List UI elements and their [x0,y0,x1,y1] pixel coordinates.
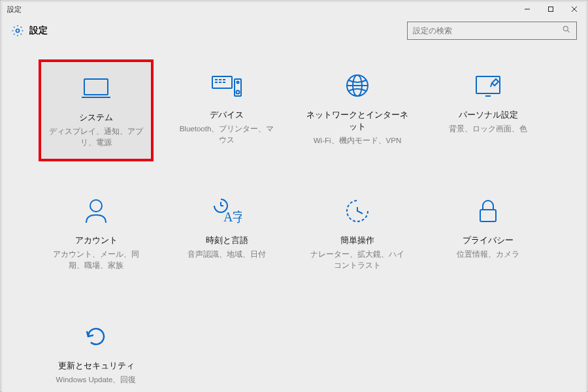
svg-rect-1 [549,7,553,12]
search-icon [562,25,571,37]
tile-desc: Windows Update、回復 [54,374,139,385]
tile-system[interactable]: システム ディスプレイ、通知、アプリ、電源 [39,59,154,161]
search-input[interactable]: 設定の検索 [407,22,577,40]
personal-icon [472,67,504,104]
svg-text:A字: A字 [223,210,242,224]
tile-desc: Wi-Fi、機内モード、VPN [311,135,404,146]
svg-point-17 [237,82,239,84]
tile-title: システム [79,112,113,123]
svg-point-4 [16,29,20,33]
tile-personal[interactable]: パーソナル設定 背景、ロック画面、色 [431,59,546,161]
window-title: 設定 [2,5,515,14]
titlebar: 設定 [2,2,586,16]
svg-point-5 [563,26,568,31]
tile-desc: アカウント、メール、同期、職場、家族 [44,249,148,272]
ease-icon [343,193,372,229]
tile-title: パーソナル設定 [459,109,518,121]
tile-title: 時刻と言語 [206,235,248,246]
system-icon [80,70,112,106]
settings-grid: システム ディスプレイ、通知、アプリ、電源 デバイス B [2,42,586,392]
accounts-icon [83,193,109,229]
tile-desc: 背景、ロック画面、色 [446,123,530,135]
tile-update[interactable]: 更新とセキュリティ Windows Update、回復 [39,310,154,392]
svg-point-18 [237,91,240,94]
tile-devices[interactable]: デバイス Bluetooth、プリンター、マウス [169,59,284,161]
tile-network[interactable]: ネットワークとインターネット Wi-Fi、機内モード、VPN [300,59,415,161]
tile-desc: 位置情報、カメラ [454,249,522,260]
tile-desc: 音声認識、地域、日付 [185,249,269,260]
svg-rect-29 [480,210,496,221]
close-button[interactable] [563,2,586,16]
privacy-icon [476,193,500,229]
time-icon: A字 [212,193,242,229]
network-icon [343,67,372,104]
tile-title: プライバシー [463,235,514,246]
update-icon [82,318,110,355]
tile-desc: Bluetooth、プリンター、マウス [174,123,279,146]
tile-accounts[interactable]: アカウント アカウント、メール、同期、職場、家族 [39,185,154,287]
tile-title: 簡単操作 [340,235,374,246]
svg-line-6 [567,30,569,32]
tile-desc: ナレーター、拡大鏡、ハイコントラスト [305,249,410,272]
svg-line-24 [491,83,492,87]
tile-title: ネットワークとインターネット [305,109,410,133]
tile-privacy[interactable]: プライバシー 位置情報、カメラ [431,185,546,287]
tile-desc: ディスプレイ、通知、アプリ、電源 [46,126,146,149]
devices-icon [210,67,244,104]
page-title: 設定 [29,25,48,37]
tile-title: 更新とセキュリティ [58,360,135,372]
header: 設定 設定の検索 [2,16,586,42]
gear-icon [11,24,24,37]
search-placeholder: 設定の検索 [413,25,558,37]
tile-time[interactable]: A字 時刻と言語 音声認識、地域、日付 [169,185,284,287]
svg-rect-7 [84,79,108,95]
tile-title: デバイス [210,109,244,121]
maximize-button[interactable] [539,2,563,16]
svg-point-25 [90,200,102,212]
tile-ease[interactable]: 簡単操作 ナレーター、拡大鏡、ハイコントラスト [300,185,415,287]
tile-title: アカウント [75,235,118,246]
minimize-button[interactable] [515,2,539,16]
